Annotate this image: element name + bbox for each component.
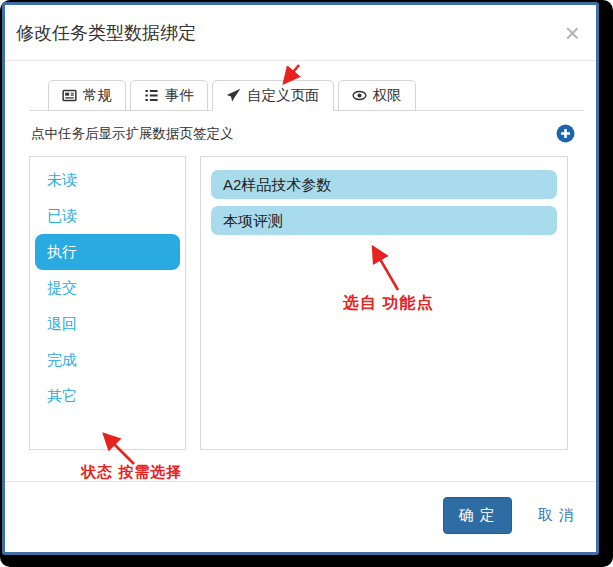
status-list-panel: 未读 已读 执行 提交 退回 完成 其它: [29, 156, 186, 450]
section-label: 点中任务后显示扩展数据页签定义: [31, 125, 234, 143]
dialog-footer: 确 定 取 消: [5, 481, 596, 552]
list-icon: [144, 88, 159, 103]
paper-plane-icon: [226, 88, 241, 103]
section-header-row: 点中任务后显示扩展数据页签定义: [31, 124, 575, 143]
tab-bar: 常规 事件 自定义页面 权限: [30, 80, 584, 111]
status-item-execute-selected[interactable]: 执行: [35, 234, 180, 270]
eye-icon: [352, 88, 367, 103]
status-item-other[interactable]: 其它: [30, 378, 185, 414]
task-type-binding-dialog: 修改任务类型数据绑定 × 常规 事件 自定义页面: [2, 2, 599, 555]
binding-item[interactable]: A2样品技术参数: [211, 170, 557, 199]
close-icon[interactable]: ×: [565, 22, 580, 44]
annotation-status-note: 状态 按需选择: [81, 463, 182, 482]
newspaper-icon: [62, 88, 77, 103]
status-item-submit[interactable]: 提交: [30, 270, 185, 306]
tab-general[interactable]: 常规: [48, 80, 126, 111]
status-item-unread[interactable]: 未读: [30, 162, 185, 198]
tab-permissions[interactable]: 权限: [338, 80, 416, 111]
tab-label: 事件: [165, 86, 194, 105]
content-panels: 未读 已读 执行 提交 退回 完成 其它 A2样品技术参数 本项评测: [29, 156, 568, 450]
cancel-button[interactable]: 取 消: [538, 506, 575, 525]
screenshot-frame: 修改任务类型数据绑定 × 常规 事件 自定义页面: [0, 0, 613, 567]
tab-custom-page[interactable]: 自定义页面: [212, 80, 334, 111]
status-item-read[interactable]: 已读: [30, 198, 185, 234]
bindings-panel: A2样品技术参数 本项评测: [200, 156, 568, 450]
ok-button[interactable]: 确 定: [443, 497, 512, 534]
tab-events[interactable]: 事件: [130, 80, 208, 111]
status-item-return[interactable]: 退回: [30, 306, 185, 342]
add-button[interactable]: [556, 124, 575, 143]
tab-label: 常规: [83, 86, 112, 105]
dialog-title: 修改任务类型数据绑定: [16, 19, 196, 47]
status-item-complete[interactable]: 完成: [30, 342, 185, 378]
tab-label: 自定义页面: [247, 86, 320, 105]
plus-circle-icon: [556, 124, 575, 143]
binding-item[interactable]: 本项评测: [211, 206, 557, 235]
dialog-header: 修改任务类型数据绑定 ×: [5, 5, 596, 61]
tab-label: 权限: [373, 86, 402, 105]
